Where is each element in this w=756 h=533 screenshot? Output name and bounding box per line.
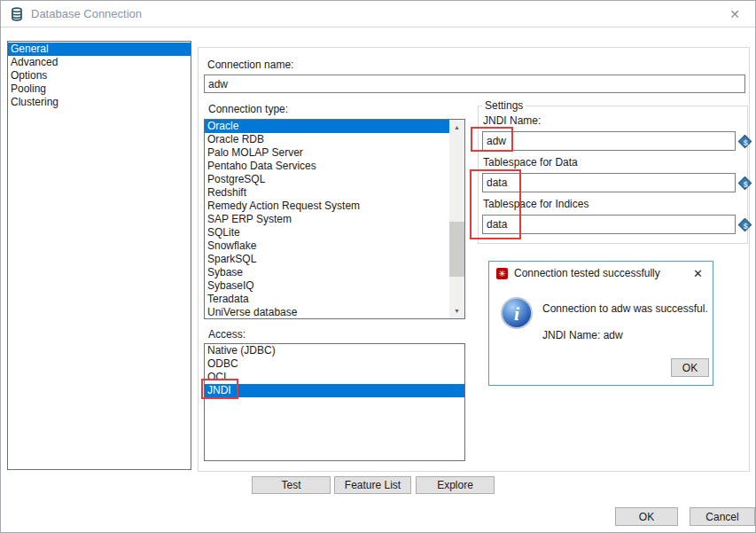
annotation-box-jndi-access <box>201 379 238 399</box>
scroll-down-icon[interactable]: ▼ <box>449 303 464 318</box>
feature-list-button[interactable]: Feature List <box>334 476 411 494</box>
connection-type-item[interactable]: Redshift <box>205 186 450 200</box>
access-item[interactable]: Native (JDBC) <box>205 344 464 357</box>
connection-type-label: Connection type: <box>208 103 288 115</box>
popup-close-icon[interactable]: ✕ <box>691 267 705 280</box>
connection-type-item[interactable]: Oracle RDB <box>205 133 450 146</box>
access-list: Native (JDBC) ODBC OCI JNDI <box>204 343 465 461</box>
database-icon <box>10 7 24 21</box>
explore-button[interactable]: Explore <box>416 476 495 494</box>
connection-type-item[interactable]: Snowflake <box>205 239 450 253</box>
connection-type-item[interactable]: Remedy Action Request System <box>205 200 450 213</box>
settings-group-title: Settings <box>482 99 526 112</box>
variable-icon-glyph: $ <box>741 179 751 189</box>
connection-name-input[interactable] <box>204 74 745 93</box>
popup-title: Connection tested successfully <box>514 267 660 279</box>
connection-type-item[interactable]: SybaseIQ <box>205 279 450 293</box>
access-item[interactable]: ODBC <box>205 357 464 371</box>
annotation-box-tablespaces <box>470 169 521 239</box>
general-panel: Connection name: Connection type: Oracle… <box>198 47 750 472</box>
window-close-icon[interactable]: ✕ <box>727 6 743 22</box>
pentaho-icon: ✳ <box>496 268 508 279</box>
connection-name-label: Connection name: <box>207 59 293 71</box>
info-icon: i <box>501 297 533 329</box>
popup-message: Connection to adw was successful. <box>542 302 708 315</box>
window-title: Database Connection <box>31 7 142 20</box>
annotation-box-jndi-name <box>471 127 513 152</box>
access-label: Access: <box>208 328 246 341</box>
connection-type-item[interactable]: PostgreSQL <box>205 173 450 186</box>
connection-type-item[interactable]: Sybase <box>205 266 450 279</box>
jndi-name-label: JNDI Name: <box>483 114 541 127</box>
database-connection-window: Database Connection ✕ General Advanced O… <box>0 0 756 533</box>
access-item-jndi[interactable]: JNDI <box>205 384 464 397</box>
tablespace-data-label: Tablespace for Data <box>483 156 578 169</box>
sidebar-item-general[interactable]: General <box>8 43 191 56</box>
sidebar-item-pooling[interactable]: Pooling <box>8 82 191 96</box>
popup-titlebar: ✳ Connection tested successfully ✕ <box>489 262 713 285</box>
connection-test-dialog: ✳ Connection tested successfully ✕ i Con… <box>488 261 713 386</box>
popup-jndi-name: JNDI Name: adw <box>542 329 623 341</box>
connection-type-list: Oracle Oracle RDB Palo MOLAP Server Pent… <box>204 119 465 319</box>
scroll-up-icon[interactable]: ▲ <box>449 120 464 135</box>
connection-type-item[interactable]: Teradata <box>205 293 450 306</box>
connection-type-scrollbar[interactable]: ▲ ▼ <box>449 120 464 318</box>
connection-type-item[interactable]: Pentaho Data Services <box>205 160 450 173</box>
cancel-button[interactable]: Cancel <box>690 507 755 526</box>
connection-type-item[interactable]: Palo MOLAP Server <box>205 146 450 160</box>
access-item[interactable]: OCI <box>205 371 464 384</box>
titlebar: Database Connection ✕ <box>1 1 755 27</box>
connection-type-item[interactable]: SAP ERP System <box>205 213 450 226</box>
variable-icon[interactable]: $ <box>738 218 752 232</box>
category-list: General Advanced Options Pooling Cluster… <box>7 41 191 470</box>
sidebar-item-options[interactable]: Options <box>8 69 191 82</box>
connection-type-item[interactable]: Oracle <box>205 120 450 133</box>
popup-ok-button[interactable]: OK <box>671 358 709 377</box>
variable-icon-glyph: $ <box>741 137 751 147</box>
sidebar-item-clustering[interactable]: Clustering <box>8 96 191 109</box>
scrollbar-thumb[interactable] <box>449 222 464 277</box>
variable-icon[interactable]: $ <box>738 135 752 149</box>
variable-icon-glyph: $ <box>741 221 751 231</box>
jndi-name-input[interactable] <box>482 131 736 151</box>
connection-type-item[interactable]: SQLite <box>205 226 450 239</box>
sidebar-item-advanced[interactable]: Advanced <box>8 56 191 69</box>
variable-icon[interactable]: $ <box>738 176 752 191</box>
test-button[interactable]: Test <box>252 476 331 494</box>
connection-type-item[interactable]: SparkSQL <box>205 253 450 266</box>
connection-type-item[interactable]: UniVerse database <box>205 306 450 319</box>
ok-button[interactable]: OK <box>615 507 678 526</box>
